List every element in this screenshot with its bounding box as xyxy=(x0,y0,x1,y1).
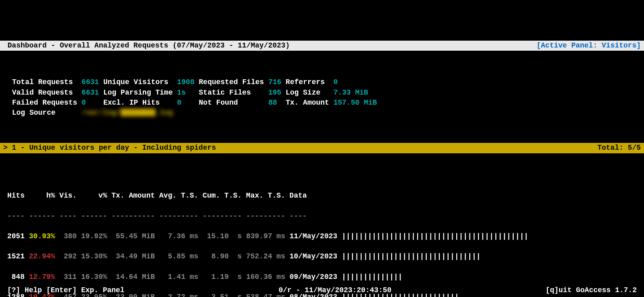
active-panel-indicator: [Active Panel: Visitors] xyxy=(537,41,641,51)
excl-ip-hits-value: 0 xyxy=(177,99,182,107)
total-requests-label: Total Requests xyxy=(12,78,73,86)
panel-1-table: Hits h% Vis. v% Tx. Amount Avg. T.S. Cum… xyxy=(0,173,644,297)
log-parsing-time-value: 1s xyxy=(177,89,186,97)
bar-chart-icon: ||||||||||||||||||||||||||||||||||||||||… xyxy=(342,232,528,240)
referrers-value: 0 xyxy=(333,78,338,86)
panel-1-columns: Hits h% Vis. v% Tx. Amount Avg. T.S. Cum… xyxy=(7,191,644,201)
not-found-label: Not Found xyxy=(199,99,238,107)
log-source-value: /var/log/████████.log xyxy=(82,109,173,117)
log-source-label: Log Source xyxy=(12,109,55,117)
header-bar: Dashboard - Overall Analyzed Requests (0… xyxy=(0,41,644,51)
footer-help[interactable]: [?] Help [Enter] Exp. Panel xyxy=(7,285,125,295)
dashboard-title: Dashboard - Overall Analyzed Requests (0… xyxy=(3,41,290,51)
panel-1-separator: ---- ------ ---- ------ ---------- -----… xyxy=(7,211,644,221)
panel-1-header[interactable]: > 1 - Unique visitors per day - Includin… xyxy=(0,143,644,153)
requested-files-label: Requested Files xyxy=(199,78,264,86)
log-size-value: 7.33 MiB xyxy=(333,89,368,97)
valid-requests-value: 6631 xyxy=(82,89,99,97)
table-row[interactable]: 1521 22.94% 292 15.30% 34.49 MiB 5.85 ms… xyxy=(7,252,644,262)
unique-visitors-value: 1908 xyxy=(177,78,195,86)
log-parsing-time-label: Log Parsing Time xyxy=(103,89,173,97)
bar-chart-icon: |||||||||||||| xyxy=(342,273,402,281)
panel-1-title: > 1 - Unique visitors per day - Includin… xyxy=(3,143,216,153)
log-size-label: Log Size xyxy=(286,89,320,97)
excl-ip-hits-label: Excl. IP Hits xyxy=(103,99,160,107)
footer-status: 0/r - 11/May/2023:20:43:50 xyxy=(279,285,392,295)
referrers-label: Referrers xyxy=(286,78,325,86)
footer-bar: [?] Help [Enter] Exp. Panel 0/r - 11/May… xyxy=(7,285,637,295)
summary-block: Total Requests 6631 Unique Visitors 1908… xyxy=(0,71,644,123)
table-row[interactable]: 2051 30.93% 380 19.92% 55.45 MiB 7.36 ms… xyxy=(7,231,644,241)
failed-requests-label: Failed Requests xyxy=(12,99,77,107)
valid-requests-label: Valid Requests xyxy=(12,89,73,97)
panel-1-total: Total: 5/5 xyxy=(597,143,641,153)
tx-amount-label: Tx. Amount xyxy=(286,99,329,107)
table-row[interactable]: 848 12.79% 311 16.30% 14.64 MiB 1.41 ms … xyxy=(7,272,644,282)
unique-visitors-label: Unique Visitors xyxy=(103,78,168,86)
requested-files-value: 716 xyxy=(268,78,281,86)
not-found-value: 88 xyxy=(268,99,277,107)
footer-quit[interactable]: [q]uit GoAccess 1.7.2 xyxy=(546,285,637,295)
tx-amount-value: 157.50 MiB xyxy=(333,99,377,107)
total-requests-value: 6631 xyxy=(82,78,99,86)
static-files-label: Static Files xyxy=(199,89,251,97)
failed-requests-value: 0 xyxy=(82,99,86,107)
static-files-value: 195 xyxy=(268,89,281,97)
bar-chart-icon: |||||||||||||||||||||||||||||||| xyxy=(342,252,481,260)
